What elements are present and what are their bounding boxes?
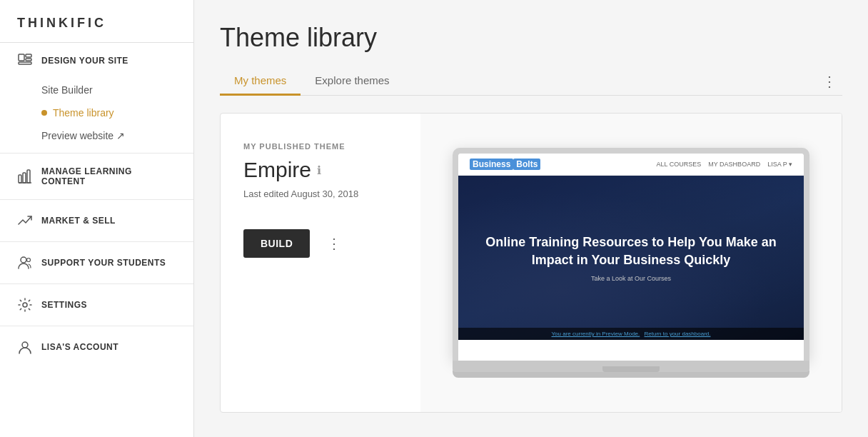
gear-icon [17, 297, 33, 313]
svg-point-9 [27, 258, 31, 262]
preview-bar: You are currently in Preview Mode. Retur… [458, 328, 804, 340]
page-title: Theme library [220, 23, 842, 53]
tabs-more-button[interactable]: ⋮ [817, 73, 842, 90]
svg-point-10 [23, 303, 27, 307]
design-label: DESIGN YOUR SITE [41, 56, 128, 66]
svg-point-8 [21, 257, 26, 263]
theme-name-row: Empire ℹ [243, 158, 398, 182]
active-dot [41, 110, 47, 116]
sidebar-item-preview-website[interactable]: Preview website ↗ [41, 124, 193, 147]
preview-hero: Online Training Resources to Help You Ma… [458, 176, 804, 340]
sidebar-item-site-builder[interactable]: Site Builder [41, 79, 193, 101]
settings-label: SETTINGS [41, 300, 87, 310]
sidebar-item-account[interactable]: LISA'S ACCOUNT [0, 329, 193, 365]
published-label: MY PUBLISHED THEME [243, 142, 398, 151]
users-icon [17, 255, 33, 271]
preview-brand-text: Business [470, 159, 513, 170]
hero-content: Online Training Resources to Help You Ma… [458, 233, 804, 282]
market-label: MARKET & SELL [41, 216, 116, 226]
svg-rect-4 [19, 175, 21, 183]
design-sub-items: Site Builder Theme library Preview websi… [0, 79, 193, 150]
nav-dashboard: MY DASHBOARD [708, 161, 760, 168]
laptop-screen: BusinessBolts ALL COURSES MY DASHBOARD L… [458, 154, 804, 361]
trend-icon [17, 213, 33, 228]
support-label: SUPPORT YOUR STUDENTS [41, 258, 166, 268]
tab-explore-themes[interactable]: Explore themes [301, 67, 403, 96]
preview-bar-text: You are currently in Preview Mode. [552, 331, 640, 337]
theme-name: Empire [243, 158, 311, 182]
preview-site-nav: BusinessBolts ALL COURSES MY DASHBOARD L… [458, 154, 804, 176]
svg-rect-1 [26, 54, 31, 57]
nav-all-courses: ALL COURSES [657, 161, 702, 168]
theme-preview: BusinessBolts ALL COURSES MY DASHBOARD L… [420, 114, 842, 412]
laptop-mockup: BusinessBolts ALL COURSES MY DASHBOARD L… [453, 148, 809, 378]
divider-5 [0, 326, 193, 326]
nav-section-design: DESIGN YOUR SITE Site Builder Theme libr… [0, 43, 193, 150]
info-icon[interactable]: ℹ [317, 164, 321, 177]
tabs-row: My themes Explore themes ⋮ [220, 67, 842, 96]
logo-area: THINKIFIC [0, 0, 193, 43]
svg-rect-0 [19, 54, 24, 61]
laptop-base [453, 361, 809, 372]
tab-my-themes[interactable]: My themes [220, 67, 301, 96]
hero-title: Online Training Resources to Help You Ma… [480, 233, 782, 269]
preview-brand-highlight: Bolts [513, 159, 540, 170]
sidebar-item-theme-library[interactable]: Theme library [41, 101, 193, 124]
sidebar-item-market[interactable]: MARKET & SELL [0, 203, 193, 238]
sidebar-item-support[interactable]: SUPPORT YOUR STUDENTS [0, 245, 193, 281]
logo: THINKIFIC [17, 16, 176, 31]
theme-date: Last edited August 30, 2018 [243, 188, 398, 201]
svg-rect-5 [23, 173, 26, 183]
theme-card: MY PUBLISHED THEME Empire ℹ Last edited … [220, 113, 842, 413]
divider-3 [0, 241, 193, 242]
theme-more-button[interactable]: ⋮ [321, 232, 347, 255]
build-button[interactable]: BUILD [243, 229, 310, 258]
user-icon [17, 339, 33, 355]
sidebar-item-design[interactable]: DESIGN YOUR SITE [0, 43, 193, 79]
svg-rect-3 [19, 62, 31, 64]
hero-subtitle: Take a Look at Our Courses [480, 275, 782, 282]
svg-point-11 [22, 342, 28, 348]
sidebar: THINKIFIC DESIGN YOUR SITE Site Builder … [0, 0, 194, 437]
svg-rect-6 [27, 170, 30, 183]
preview-nav-links: ALL COURSES MY DASHBOARD LISA P ▾ [657, 161, 792, 168]
layout-icon [17, 53, 33, 69]
sidebar-item-settings[interactable]: SETTINGS [0, 287, 193, 323]
manage-label: MANAGE LEARNING CONTENT [41, 166, 176, 186]
nav-user: LISA P ▾ [767, 161, 792, 168]
account-label: LISA'S ACCOUNT [41, 342, 118, 352]
divider-2 [0, 199, 193, 200]
sidebar-item-manage[interactable]: MANAGE LEARNING CONTENT [0, 156, 193, 196]
theme-actions: BUILD ⋮ [243, 229, 398, 258]
theme-info-panel: MY PUBLISHED THEME Empire ℹ Last edited … [221, 114, 420, 412]
svg-rect-2 [26, 59, 31, 61]
preview-brand: BusinessBolts [470, 159, 540, 169]
chart-icon [17, 169, 33, 184]
divider-4 [0, 283, 193, 284]
main-content: Theme library My themes Explore themes ⋮… [194, 0, 868, 437]
laptop-frame: BusinessBolts ALL COURSES MY DASHBOARD L… [453, 148, 809, 361]
preview-bar-link[interactable]: Return to your dashboard. [645, 331, 711, 337]
divider-1 [0, 153, 193, 154]
